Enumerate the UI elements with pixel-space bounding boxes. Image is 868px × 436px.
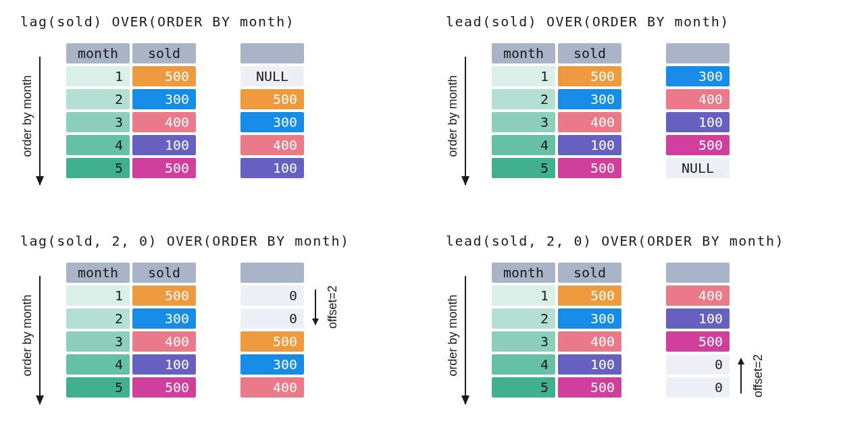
result-cell: 500: [240, 89, 304, 109]
sold-cell: 500: [132, 377, 196, 398]
arrow-down-icon: [39, 276, 41, 404]
sold-column: sold500300400100500: [558, 43, 621, 178]
result-cell: 500: [666, 135, 730, 155]
result-header: [666, 43, 730, 63]
month-cell: 3: [66, 331, 130, 352]
panel-title: lead(sold, 2, 0) OVER(ORDER BY month): [446, 233, 861, 249]
sold-cell: 300: [558, 308, 621, 329]
panel-lead1: lead(sold) OVER(ORDER BY month) order by…: [446, 13, 861, 192]
arrow-up-icon: [740, 358, 742, 393]
month-cell: 1: [492, 285, 555, 306]
result-cell: 400: [240, 135, 304, 155]
panel-title: lag(sold) OVER(ORDER BY month): [20, 13, 436, 30]
result-cell: 400: [666, 285, 730, 306]
panel-lead2: lead(sold, 2, 0) OVER(ORDER BY month) or…: [446, 233, 861, 411]
result-column: 00500300400: [240, 263, 304, 398]
month-header: month: [66, 263, 130, 283]
month-cell: 1: [66, 285, 130, 306]
sold-column: sold500300400100500: [132, 263, 196, 398]
month-cell: 3: [492, 331, 555, 352]
offset-label: offset=2: [326, 285, 340, 329]
result-column: 40010050000: [666, 263, 730, 398]
result-cell: 300: [666, 66, 730, 86]
result-default-cell: 0: [666, 354, 730, 375]
month-cell: 5: [66, 158, 130, 178]
panel-body: order by month month12345 sold5003004001…: [446, 43, 861, 192]
sold-cell: 400: [132, 331, 196, 352]
order-by-text: order by month: [20, 75, 34, 157]
panel-body: order by month month12345 sold5003004001…: [20, 263, 436, 411]
month-cell: 5: [492, 377, 555, 398]
month-cell: 5: [492, 158, 555, 178]
arrow-down-icon: [465, 57, 466, 185]
order-by-label: order by month: [446, 57, 459, 192]
result-cell: 100: [666, 308, 730, 329]
sold-header: sold: [132, 43, 196, 63]
sold-cell: 100: [558, 135, 621, 155]
result-default-cell: 0: [240, 308, 304, 329]
result-header: [666, 263, 730, 283]
order-by-text: order by month: [446, 294, 460, 376]
order-by-label: order by month: [20, 57, 34, 192]
month-header: month: [492, 263, 555, 283]
panel-title: lead(sold) OVER(ORDER BY month): [446, 13, 861, 30]
month-column: month12345: [66, 43, 130, 178]
sold-cell: 500: [132, 158, 196, 178]
offset-label: offset=2: [751, 354, 765, 398]
result-default-cell: 0: [240, 285, 304, 306]
month-header: month: [492, 43, 555, 63]
result-cell: 100: [666, 112, 730, 132]
panel-title: lag(sold, 2, 0) OVER(ORDER BY month): [20, 233, 436, 249]
sold-cell: 500: [558, 66, 621, 86]
result-header: [240, 43, 304, 63]
sold-cell: 400: [558, 112, 621, 132]
panel-lag1: lag(sold) OVER(ORDER BY month) order by …: [20, 13, 436, 192]
order-by-text: order by month: [446, 75, 460, 157]
sold-cell: 500: [558, 285, 621, 306]
sold-cell: 100: [132, 135, 196, 155]
panel-body: order by month month12345 sold5003004001…: [446, 263, 861, 411]
result-default-cell: 0: [666, 377, 730, 398]
offset-annotation: offset=2: [736, 356, 763, 396]
month-cell: 4: [66, 354, 130, 375]
sold-cell: 100: [132, 354, 196, 375]
month-cell: 4: [492, 354, 555, 375]
arrow-down-icon: [315, 290, 316, 325]
month-column: month12345: [492, 263, 555, 398]
month-column: month12345: [66, 263, 130, 398]
result-column: 300400100500NULL: [666, 43, 730, 178]
month-cell: 2: [492, 89, 555, 109]
result-cell: 300: [240, 354, 304, 375]
result-cell: 400: [240, 377, 304, 398]
sold-cell: 500: [132, 66, 196, 86]
result-cell: 400: [666, 89, 730, 109]
sold-cell: 300: [132, 308, 196, 329]
month-cell: 4: [66, 135, 130, 155]
month-cell: 1: [66, 66, 130, 86]
result-null-cell: NULL: [666, 158, 730, 178]
arrow-down-icon: [39, 57, 41, 185]
sold-cell: 500: [132, 285, 196, 306]
result-null-cell: NULL: [240, 66, 304, 86]
sold-cell: 500: [558, 377, 621, 398]
sold-header: sold: [558, 263, 621, 283]
sold-cell: 400: [132, 112, 196, 132]
arrow-down-icon: [465, 276, 466, 404]
offset-annotation: offset=2: [311, 287, 338, 327]
result-cell: 500: [240, 331, 304, 352]
result-column: NULL500300400100: [240, 43, 304, 178]
sold-cell: 500: [558, 158, 621, 178]
month-cell: 2: [66, 308, 130, 329]
month-cell: 2: [66, 89, 130, 109]
sold-column: sold500300400100500: [558, 263, 621, 398]
panel-body: order by month month12345 sold5003004001…: [20, 43, 436, 192]
result-cell: 100: [240, 158, 304, 178]
result-header: [240, 263, 304, 283]
month-cell: 3: [492, 112, 555, 132]
month-cell: 4: [492, 135, 555, 155]
month-column: month12345: [492, 43, 555, 178]
sold-cell: 300: [558, 89, 621, 109]
month-header: month: [66, 43, 130, 63]
sold-cell: 400: [558, 331, 621, 352]
sold-cell: 100: [558, 354, 621, 375]
